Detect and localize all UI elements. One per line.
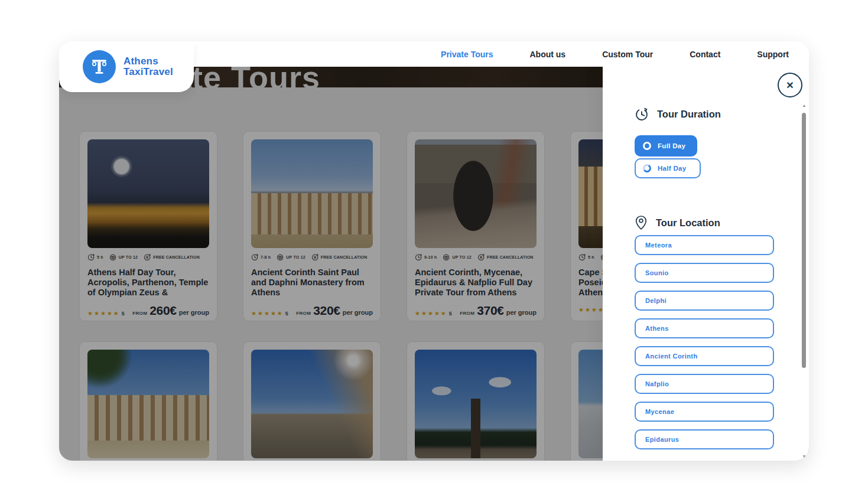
duration-clock-icon xyxy=(635,107,649,121)
browser-window: Private Tours 5 h UP TO 12 FREE CANCELLA… xyxy=(59,41,809,461)
location-option-sounio[interactable]: Sounio xyxy=(635,263,774,283)
location-pin-icon xyxy=(635,215,648,230)
location-option-athens[interactable]: Athens xyxy=(635,318,774,338)
duration-option-half-day[interactable]: Half Day xyxy=(635,158,701,178)
tour-duration-section: Tour Duration xyxy=(635,107,785,121)
full-day-ring-icon xyxy=(642,141,652,151)
location-option-epidaurus[interactable]: Epidaurus xyxy=(635,429,774,449)
location-option-nafplio[interactable]: Nafplio xyxy=(635,374,774,394)
location-option-meteora[interactable]: Meteora xyxy=(635,235,774,255)
nav-custom-tour[interactable]: Custom Tour xyxy=(602,50,653,59)
logo-card[interactable]: Athens TaxiTravel xyxy=(59,41,194,92)
location-option-mycenae[interactable]: Mycenae xyxy=(635,402,774,422)
nav-about-us[interactable]: About us xyxy=(529,50,565,59)
column-logo-icon xyxy=(83,50,116,83)
location-option-ancient-corinth[interactable]: Ancient Corinth xyxy=(635,346,774,366)
location-option-delphi[interactable]: Delphi xyxy=(635,291,774,311)
location-options: Meteora Sounio Delphi Athens Ancient Cor… xyxy=(635,235,785,449)
scrollbar-thumb[interactable] xyxy=(802,113,806,368)
nav-private-tours[interactable]: Private Tours xyxy=(441,50,493,59)
scroll-up-icon[interactable]: ▲ xyxy=(801,103,808,107)
filter-panel: ✕ Tour Duration Full Day xyxy=(603,67,809,461)
tour-location-section: Tour Location xyxy=(635,215,785,230)
duration-option-full-day[interactable]: Full Day xyxy=(635,135,697,157)
scroll-down-icon[interactable]: ▼ xyxy=(801,454,808,458)
panel-scrollbar[interactable]: ▲ ▼ xyxy=(801,103,808,458)
brand-name: Athens TaxiTravel xyxy=(123,56,173,78)
nav-support[interactable]: Support xyxy=(757,50,789,59)
close-icon[interactable]: ✕ xyxy=(778,73,802,97)
nav-contact[interactable]: Contact xyxy=(690,50,720,59)
half-day-ring-icon xyxy=(642,164,652,173)
